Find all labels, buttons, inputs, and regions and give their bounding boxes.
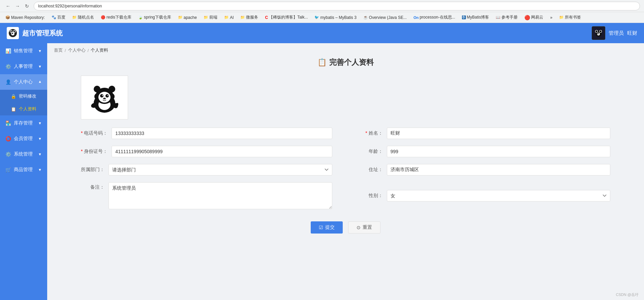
url-text: localhost:9292/personal/information <box>38 4 102 8</box>
sidebar-label-system: 系统管理 <box>14 151 33 157</box>
bookmark-random[interactable]: 📁 随机点名 <box>69 14 97 21</box>
user-role: 管理员 <box>609 30 624 36</box>
id-input[interactable] <box>112 146 332 157</box>
system-chevron: ▼ <box>38 152 42 156</box>
main-content: 首页 / 个人中心 / 个人资料 📋 完善个人资料 <box>47 43 644 300</box>
password-icon: 🔒 <box>11 94 16 99</box>
bookmark-processon[interactable]: On processon-在线思... <box>411 14 458 21</box>
user-avatar <box>592 26 605 40</box>
bookmark-all[interactable]: 📁 所有书签 <box>556 14 584 21</box>
app-logo: 超市管理系统 <box>7 27 63 39</box>
bookmark-apache[interactable]: 📁 apache <box>175 15 200 21</box>
form-buttons: ☑ 提交 ⊙ 重置 <box>61 221 631 234</box>
dept-select[interactable]: 请选择部门 <box>109 164 332 175</box>
sidebar-label-sales: 销售管理 <box>14 48 33 54</box>
submit-icon: ☑ <box>319 225 323 230</box>
breadcrumb-home[interactable]: 首页 <box>54 47 63 53</box>
nav-buttons: ← → ↻ <box>4 2 31 10</box>
bookmark-more[interactable]: » <box>547 15 555 21</box>
dept-label: 所属部门： <box>81 167 104 173</box>
svg-point-10 <box>597 33 599 34</box>
notes-textarea[interactable]: 系统管理员 <box>109 182 332 209</box>
goods-chevron: ▼ <box>38 168 42 172</box>
svg-point-23 <box>103 98 106 100</box>
age-input[interactable] <box>387 146 611 157</box>
reset-button[interactable]: ⊙ 重置 <box>348 221 380 234</box>
goods-icon: 🛒 <box>5 167 11 172</box>
reload-button[interactable]: ↻ <box>23 2 31 10</box>
bookmark-java[interactable]: ☕ Overview (Java SE... <box>361 15 409 21</box>
sidebar-item-goods[interactable]: 🛒 商品管理 ▼ <box>0 162 47 178</box>
svg-point-8 <box>595 30 598 33</box>
svg-point-21 <box>105 94 109 98</box>
footer-text: CSDN @岳圩 <box>616 292 639 297</box>
sidebar-sub-label-password: 密码修改 <box>19 93 36 99</box>
bookmark-frontend[interactable]: 📁 前端 <box>201 14 220 21</box>
address-input[interactable] <box>387 164 611 175</box>
user-name: 旺财 <box>627 30 637 36</box>
browser-bar: ← → ↻ localhost:9292/personal/informatio… <box>0 0 644 12</box>
svg-point-3 <box>13 30 16 32</box>
bookmark-spring[interactable]: 🍃 spring下载仓库 <box>135 14 174 21</box>
profile-icon: 📋 <box>11 107 16 112</box>
bookmark-mybatis[interactable]: 🐦 mybatis – MyBatis 3 <box>312 15 359 21</box>
phone-input[interactable] <box>112 128 332 139</box>
hr-icon: ⚙️ <box>5 64 11 69</box>
forward-button[interactable]: → <box>13 2 22 10</box>
form-row-address: 住址： <box>359 164 611 175</box>
bookmark-microservice[interactable]: 📁 微服务 <box>238 14 261 21</box>
svg-point-25 <box>109 86 115 92</box>
submit-button[interactable]: ☑ 提交 <box>311 221 343 234</box>
sidebar-item-system[interactable]: ⚙️ 系统管理 ▼ <box>0 146 47 162</box>
app-wrapper: 超市管理系统 管理员 旺财 📊 <box>0 23 644 300</box>
svg-point-24 <box>94 86 100 92</box>
form-row-phone: 电话号码： <box>81 128 332 139</box>
bookmark-baidu[interactable]: 🐾 百度 <box>49 14 68 21</box>
avatar-upload[interactable] <box>81 76 128 119</box>
sidebar-item-member[interactable]: ⭕ 会员管理 ▼ <box>0 131 47 146</box>
bookmark-maven[interactable]: 📦 Maven Repository: <box>3 15 48 21</box>
bookmark-talk[interactable]: C 【稀饭的博客】Talk... <box>262 14 310 21</box>
avatar-section <box>61 76 631 119</box>
sidebar-label-personal: 个人中心 <box>14 79 33 85</box>
svg-point-22 <box>108 95 109 96</box>
back-button[interactable]: ← <box>4 2 12 10</box>
address-bar[interactable]: localhost:9292/personal/information <box>34 2 640 10</box>
bookmark-mybatis2[interactable]: B MyBatis博客 <box>459 14 492 21</box>
app-header: 超市管理系统 管理员 旺财 <box>0 23 644 43</box>
reset-label: 重置 <box>363 224 372 230</box>
sidebar-item-hr[interactable]: ⚙️ 人事管理 ▼ <box>0 59 47 74</box>
sidebar-sub-profile[interactable]: 📋 个人资料 <box>0 103 47 115</box>
app-body: 📊 销售管理 ▼ ⚙️ 人事管理 ▼ 👤 个人中心 ▼ � <box>0 43 644 300</box>
logo-icon <box>7 27 19 39</box>
bookmark-manual[interactable]: 📖 参考手册 <box>493 14 520 21</box>
name-label: 姓名： <box>359 130 383 136</box>
sidebar-item-personal[interactable]: 👤 个人中心 ▼ <box>0 74 47 90</box>
form-grid: 电话号码： 姓名： 身份证号： 年龄： <box>61 128 631 209</box>
form-row-notes: 备注： 系统管理员 <box>81 182 332 209</box>
submit-label: 提交 <box>325 224 335 230</box>
svg-point-2 <box>10 30 12 32</box>
sidebar-sub-password[interactable]: 🔒 密码修改 <box>0 90 47 103</box>
svg-point-19 <box>100 94 103 98</box>
sidebar-item-inventory[interactable]: 🏪 库存管理 ▼ <box>0 115 47 131</box>
svg-point-20 <box>102 95 103 96</box>
form-row-id: 身份证号： <box>81 146 332 157</box>
gender-select[interactable]: 男 女 <box>387 190 611 201</box>
name-input[interactable] <box>387 128 611 139</box>
sales-chevron: ▼ <box>38 49 42 53</box>
app-title: 超市管理系统 <box>22 29 63 38</box>
bookmark-redis[interactable]: 🔴 redis下载仓库 <box>98 14 134 21</box>
bookmark-ai[interactable]: 📁 AI <box>221 15 236 21</box>
breadcrumb-personal[interactable]: 个人中心 <box>68 47 86 53</box>
bookmark-netease[interactable]: 🔴 网易云 <box>522 14 546 21</box>
title-text: 完善个人资料 <box>329 57 374 67</box>
personal-chevron: ▼ <box>38 80 42 84</box>
gender-label: 性别： <box>359 193 383 199</box>
sidebar-item-sales[interactable]: 📊 销售管理 ▼ <box>0 43 47 59</box>
notes-label: 备注： <box>81 182 104 190</box>
sidebar-label-goods: 商品管理 <box>14 167 33 173</box>
id-label: 身份证号： <box>81 148 108 155</box>
svg-point-4 <box>12 33 13 34</box>
form-title: 📋 完善个人资料 <box>61 57 631 67</box>
